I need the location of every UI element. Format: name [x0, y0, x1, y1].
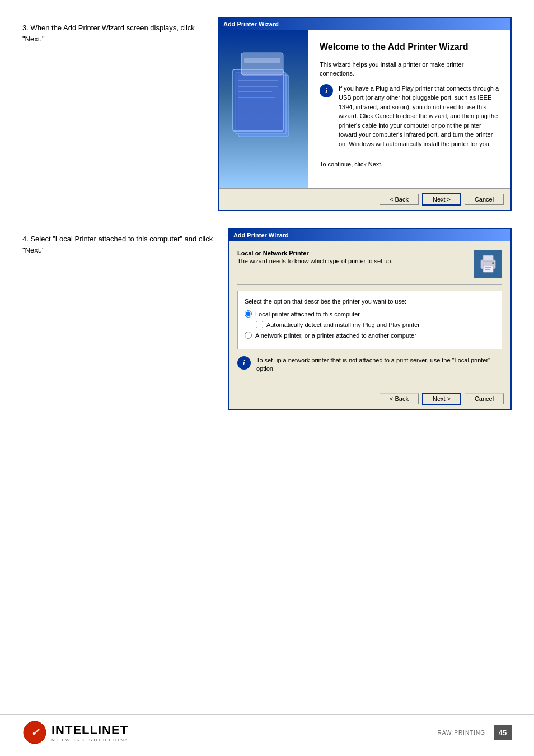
- wizard1-body: Welcome to the Add Printer Wizard This w…: [219, 30, 510, 188]
- step4-section: 4. Select "Local Printer attached to thi…: [22, 228, 512, 410]
- footer-right: RAW PRINTING 45: [437, 725, 512, 740]
- label-autodetect: Automatically detect and install my Plug…: [266, 321, 420, 328]
- wizard2-option-local: Local printer attached to this computer: [245, 310, 495, 318]
- wizard1-next-button[interactable]: Next >: [422, 193, 461, 206]
- page-footer: ✓ INTELLINET NETWORK SOLUTIONS RAW PRINT…: [0, 714, 534, 745]
- logo-subtitle: NETWORK SOLUTIONS: [51, 738, 130, 743]
- wizard1-cancel-button[interactable]: Cancel: [465, 194, 504, 205]
- svg-point-14: [492, 262, 494, 264]
- label-network: A network printer, or a printer attached…: [255, 332, 416, 339]
- wizard2-title: Add Printer Wizard: [233, 232, 289, 239]
- checkbox-autodetect[interactable]: [256, 321, 263, 328]
- intellinet-logo: ✓ INTELLINET NETWORK SOLUTIONS: [22, 720, 130, 745]
- wizard1-left-panel: [219, 30, 308, 188]
- wizard2-option-autodetect: Automatically detect and install my Plug…: [256, 321, 495, 328]
- svg-text:✓: ✓: [31, 727, 40, 738]
- footer-label: RAW PRINTING: [437, 730, 485, 736]
- wizard2-section-title: Local or Network Printer: [237, 250, 393, 256]
- page-number: 45: [494, 725, 512, 740]
- svg-rect-8: [244, 58, 280, 63]
- logo-name: INTELLINET: [51, 723, 130, 738]
- wizard2-titlebar: Add Printer Wizard: [229, 229, 510, 241]
- wizard1-heading: Welcome to the Add Printer Wizard: [320, 41, 499, 53]
- svg-rect-7: [241, 53, 283, 75]
- svg-rect-12: [485, 267, 491, 268]
- wizard2-footer: < Back Next > Cancel: [229, 388, 510, 409]
- radio-network[interactable]: [245, 332, 252, 339]
- wizard2-body: Local or Network Printer The wizard need…: [229, 241, 510, 388]
- wizard1-info-text: If you have a Plug and Play printer that…: [339, 84, 499, 149]
- wizard1-footer: < Back Next > Cancel: [219, 188, 510, 210]
- label-local: Local printer attached to this computer: [255, 311, 360, 318]
- wizard2-info-box: i To set up a network printer that is no…: [237, 356, 502, 374]
- info-icon: i: [320, 84, 333, 97]
- wizard1-intro: This wizard helps you install a printer …: [320, 60, 499, 78]
- wizard2-header-row: Local or Network Printer The wizard need…: [237, 250, 502, 278]
- wizard2-info-text: To set up a network printer that is not …: [256, 356, 502, 374]
- wizard2-dialog: Add Printer Wizard Local or Network Prin…: [228, 228, 512, 410]
- wizard2-back-button[interactable]: < Back: [380, 393, 419, 404]
- wizard2-option-network: A network printer, or a printer attached…: [245, 332, 495, 339]
- wizard1-title: Add Printer Wizard: [223, 21, 279, 27]
- wizard2-cancel-button[interactable]: Cancel: [465, 393, 504, 404]
- wizard1-back-button[interactable]: < Back: [380, 194, 419, 205]
- wizard2-options-area: Select the option that describes the pri…: [237, 291, 502, 349]
- wizard1-continue-text: To continue, click Next.: [320, 160, 499, 169]
- svg-rect-2: [233, 69, 283, 131]
- wizard1-right-panel: Welcome to the Add Printer Wizard This w…: [308, 30, 510, 188]
- wizard-art: [219, 30, 308, 187]
- wizard1-dialog: Add Printer Wizard: [218, 17, 512, 211]
- logo-text-group: INTELLINET NETWORK SOLUTIONS: [51, 723, 130, 743]
- wizard1-titlebar: Add Printer Wizard: [219, 18, 510, 30]
- wizard2-section-subtitle: The wizard needs to know which type of p…: [237, 258, 393, 264]
- radio-local[interactable]: [245, 310, 252, 318]
- wizard2-select-label: Select the option that describes the pri…: [245, 298, 495, 305]
- logo-icon: ✓: [22, 720, 47, 745]
- svg-rect-13: [485, 269, 490, 270]
- step4-label: 4. Select "Local Printer attached to thi…: [22, 228, 217, 255]
- step3-section: 3. When the Add Printer Wizard screen di…: [22, 17, 512, 211]
- wizard2-info-icon: i: [237, 356, 251, 370]
- wizard2-section-info: Local or Network Printer The wizard need…: [237, 250, 393, 271]
- step3-label: 3. When the Add Printer Wizard screen di…: [22, 17, 207, 44]
- wizard2-divider: [237, 284, 502, 285]
- wizard2-printer-icon: [474, 250, 502, 278]
- wizard2-next-button[interactable]: Next >: [422, 393, 461, 405]
- svg-rect-10: [483, 255, 493, 261]
- wizard1-info-box: i If you have a Plug and Play printer th…: [320, 84, 499, 155]
